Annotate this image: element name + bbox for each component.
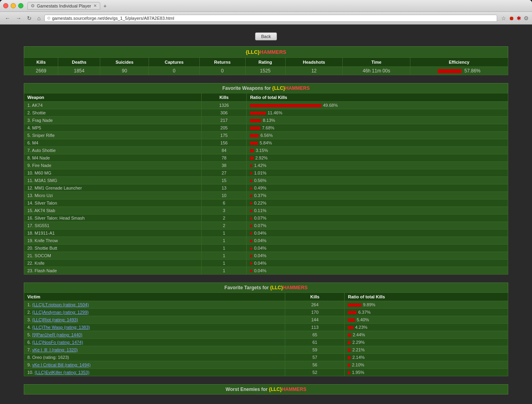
weapon-name: 3. Frag Nade: [24, 117, 202, 124]
weapon-kills: 1326: [201, 102, 247, 109]
weapon-kills: 1: [201, 245, 247, 252]
bookmark-icon[interactable]: ☆: [501, 15, 506, 21]
ratio-bar: [250, 142, 258, 145]
reload-button[interactable]: ↻: [25, 14, 33, 22]
target-ratio: 2.14%: [345, 354, 508, 361]
target-kills: 56: [285, 361, 345, 369]
target-link[interactable]: {LLC}EvilKiller (rating: 1353): [34, 370, 89, 375]
new-tab-button[interactable]: +: [102, 3, 108, 9]
time-value: 46h 11m 00s: [343, 67, 410, 75]
target-link[interactable]: vKe l Critical Bill (rating: 1494): [32, 362, 90, 367]
weapons-title-text: Favorite Weapons for: [222, 85, 272, 91]
targets-prefix: {LLC}: [270, 285, 283, 290]
ratio-dot: [250, 187, 252, 190]
weapon-row: 11. M3A1 SMG 15 0.56%: [24, 177, 508, 184]
time-header: Time: [343, 58, 410, 67]
target-link[interactable]: vKe l_lll_l (rating: 1320): [32, 347, 78, 352]
weapon-name: 15. AK74 Stab: [24, 207, 202, 214]
returns-value: 0: [199, 67, 245, 75]
weapon-row: 12. MM1 Grenade Launcher 13 0.49%: [24, 184, 508, 192]
weapons-col-headers: Weapon Kills Ratio of total Kills: [24, 93, 508, 102]
stats-data-row: 2669 1854 90 0 0 1525 12 46h 11m 00s 57.…: [24, 67, 508, 75]
weapon-kills: 1: [201, 237, 247, 245]
maximize-button[interactable]: [18, 3, 23, 8]
back-page-button[interactable]: Back: [255, 32, 276, 40]
targets-body: 1. {LLC}LT.riotson (rating: 1504) 264 9.…: [24, 301, 508, 376]
weapon-ratio: 0.04%: [247, 230, 508, 237]
weapon-kills: 1: [201, 260, 247, 267]
ratio-bar: [348, 356, 351, 359]
rating-header: Rating: [245, 58, 285, 67]
back-nav-button[interactable]: ←: [3, 14, 12, 22]
weapons-prefix: {LLC}: [272, 85, 285, 91]
tab-bar: ⊙ Gamestats Individual Player ✕ +: [27, 2, 529, 9]
weapons-body: 1. AK74 1326 49.68% 2. Shottie 306 11.46…: [24, 102, 508, 275]
target-link[interactable]: {LLC}The Wasp (rating: 1383): [32, 325, 90, 330]
target-row: 2. {LLC}Andyman (rating: 1299) 170 6.37%: [24, 309, 508, 316]
target-kills: 170: [285, 309, 345, 316]
weapon-name: 22. Knife: [24, 260, 202, 267]
tab-title: Gamestats Individual Player: [37, 4, 91, 8]
weapon-ratio: 0.07%: [247, 214, 508, 222]
close-button[interactable]: [3, 3, 8, 8]
target-name: 10. {LLC}EvilKiller (rating: 1353): [24, 369, 285, 376]
target-link[interactable]: {LLC}NosFo (rating: 1474): [32, 340, 83, 345]
weapon-ratio: 0.04%: [247, 245, 508, 252]
efficiency-text: 57.86%: [464, 68, 481, 74]
target-kills: 113: [285, 324, 345, 331]
home-button[interactable]: ⌂: [36, 14, 42, 22]
weapon-row: 16. Silver Talon: Head Smash 2 0.07%: [24, 214, 508, 222]
efficiency-header: Efficiency: [410, 58, 508, 67]
target-kills: 264: [285, 301, 345, 309]
target-link[interactable]: {LLC}Riot (rating: 1493): [32, 317, 78, 322]
weapon-name: 23. Flash Nade: [24, 267, 202, 275]
weapon-ratio: 1.01%: [247, 169, 508, 177]
tab-favicon: ⊙: [31, 3, 34, 8]
ratio-dot: [250, 247, 252, 250]
target-name: 4. {LLC}The Wasp (rating: 1383): [24, 324, 285, 331]
targets-section: Favorite Targets for {LLC}HAMMERS Victim…: [24, 283, 508, 376]
extension-icon[interactable]: ✱: [517, 15, 521, 21]
weapon-kills: 13: [201, 184, 247, 192]
target-row: 8. Oreo (rating: 1623) 57 2.14%: [24, 354, 508, 361]
weapon-kills: 175: [201, 132, 247, 139]
ratio-bar: [348, 326, 353, 329]
target-row: 4. {LLC}The Wasp (rating: 1383) 113 4.23…: [24, 324, 508, 331]
target-link[interactable]: {LLC}Andyman (rating: 1299): [32, 310, 88, 315]
ratio-bar: [348, 341, 351, 344]
weapon-ratio: 7.68%: [247, 124, 508, 132]
settings-icon[interactable]: ⚙: [524, 15, 529, 21]
ratio-dot: [250, 217, 252, 220]
ratio-bar: [348, 311, 357, 314]
target-link[interactable]: {LLC}LT.riotson (rating: 1504): [32, 302, 89, 307]
weapon-ratio: 0.22%: [247, 199, 508, 207]
weapon-ratio: 0.11%: [247, 207, 508, 214]
enemies-title-text: Worst Enemies for: [226, 387, 269, 392]
forward-nav-button[interactable]: →: [14, 14, 23, 22]
stats-col-headers: Kills Deaths Suicides Captures Returns R…: [24, 58, 508, 67]
returns-header: Returns: [199, 58, 245, 67]
tab-close[interactable]: ✕: [93, 4, 97, 8]
weapon-name: 20. Shottie Butt: [24, 245, 202, 252]
target-link[interactable]: [9]Pan1heR (rating: 1440): [32, 332, 82, 337]
weapon-kills: 84: [201, 147, 247, 154]
weapon-name: 13. Micro Uzi: [24, 192, 202, 199]
weapon-ratio: 0.04%: [247, 267, 508, 275]
ratio-bar: [250, 104, 321, 107]
weapon-kills: 27: [201, 169, 247, 177]
weapon-name: 5. Sniper Rifle: [24, 132, 202, 139]
weapon-name: 14. Silver Talon: [24, 199, 202, 207]
target-kills-col: Kills: [285, 293, 345, 301]
address-bar[interactable]: ⊙ gamestats.sourceforge.net/dev/gs_1_5/p…: [44, 15, 497, 22]
weapon-kills: 306: [201, 109, 247, 117]
weapon-kills: 38: [201, 162, 247, 169]
weapon-row: 15. AK74 Stab 3 0.11%: [24, 207, 508, 214]
ratio-dot: [250, 225, 252, 227]
ratio-bar: [348, 371, 350, 374]
active-tab[interactable]: ⊙ Gamestats Individual Player ✕: [27, 2, 100, 9]
weapon-ratio: 6.56%: [247, 132, 508, 139]
target-row: 10. {LLC}EvilKiller (rating: 1353) 52 1.…: [24, 369, 508, 376]
stop-icon[interactable]: ⏺: [509, 15, 514, 21]
minimize-button[interactable]: [11, 3, 16, 8]
victim-col: Victim: [24, 293, 285, 301]
